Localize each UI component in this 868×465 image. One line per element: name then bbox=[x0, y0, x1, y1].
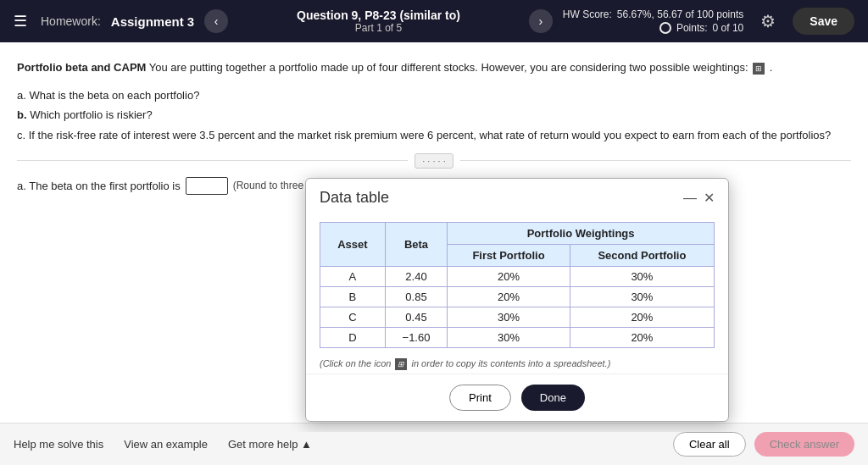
modal-footer: Print Done bbox=[306, 374, 728, 421]
hw-score-label: HW Score: bbox=[563, 8, 612, 20]
homework-label: Homework: bbox=[41, 14, 101, 28]
preamble-text: You are putting together a portfolio mad… bbox=[146, 61, 748, 74]
col-header-first-portfolio: First Portfolio bbox=[448, 245, 570, 267]
answer-label: a. The beta on the first portfolio is bbox=[17, 180, 181, 192]
question-preamble: Portfolio beta and CAPM You are putting … bbox=[17, 59, 851, 77]
cell-asset: D bbox=[320, 328, 386, 348]
points-label: Points: bbox=[676, 22, 708, 34]
col-header-asset: Asset bbox=[320, 223, 386, 267]
col-header-second-portfolio: Second Portfolio bbox=[570, 245, 714, 267]
cell-beta: 2.40 bbox=[385, 267, 447, 287]
table-row: A 2.40 20% 30% bbox=[320, 267, 715, 287]
done-button[interactable]: Done bbox=[521, 385, 585, 411]
part-a-label: a. What is the beta on each portfolio? bbox=[17, 86, 851, 105]
cell-asset: C bbox=[320, 307, 386, 328]
main-content: Portfolio beta and CAPM You are putting … bbox=[0, 42, 868, 432]
cell-beta: 0.45 bbox=[385, 307, 447, 328]
prev-question-button[interactable]: ‹ bbox=[204, 9, 228, 33]
modal-controls: — ✕ bbox=[683, 190, 715, 206]
question-title: Question 9, P8-23 (similar to) bbox=[297, 8, 460, 22]
app-header: ☰ Homework: Assignment 3 ‹ Question 9, P… bbox=[0, 0, 868, 42]
table-icon[interactable]: ⊞ bbox=[753, 63, 765, 75]
hw-score-value: 56.67%, 56.67 of 100 points bbox=[617, 8, 743, 20]
cell-beta: −1.60 bbox=[385, 328, 447, 348]
question-info: Question 9, P8-23 (similar to) Part 1 of… bbox=[238, 8, 519, 34]
divider: · · · · · bbox=[17, 153, 851, 169]
divider-line-right bbox=[460, 160, 851, 161]
score-section: HW Score: 56.67%, 56.67 of 100 points Po… bbox=[563, 8, 743, 34]
col-header-portfolio-weightings: Portfolio Weightings bbox=[448, 223, 715, 245]
preamble-bold: Portfolio beta and CAPM bbox=[17, 61, 146, 74]
table-row: D −1.60 30% 20% bbox=[320, 328, 715, 348]
points-circle-icon bbox=[659, 22, 671, 34]
copy-icon[interactable]: ⊞ bbox=[395, 358, 407, 370]
modal-minimize-button[interactable]: — bbox=[683, 191, 697, 206]
col-header-beta: Beta bbox=[385, 223, 447, 267]
cell-second-portfolio: 30% bbox=[570, 267, 714, 287]
modal-title: Data table bbox=[320, 189, 389, 207]
save-button[interactable]: Save bbox=[793, 8, 854, 35]
points-value: 0 of 10 bbox=[713, 22, 744, 34]
cell-asset: B bbox=[320, 287, 386, 307]
answer-input[interactable] bbox=[186, 177, 228, 195]
gear-icon[interactable]: ⚙ bbox=[760, 11, 776, 31]
part-b-label: b. Which portfolio is riskier? bbox=[17, 105, 851, 125]
modal-header: Data table — ✕ bbox=[306, 179, 728, 213]
cell-first-portfolio: 30% bbox=[448, 307, 570, 328]
divider-dots: · · · · · bbox=[415, 153, 453, 169]
cell-second-portfolio: 30% bbox=[570, 287, 714, 307]
table-row: B 0.85 20% 30% bbox=[320, 287, 715, 307]
cell-first-portfolio: 20% bbox=[448, 287, 570, 307]
part-c-label: c. If the risk-free rate of interest wer… bbox=[17, 125, 851, 145]
data-table-wrapper: Asset Beta Portfolio Weightings First Po… bbox=[306, 213, 728, 355]
cell-second-portfolio: 20% bbox=[570, 307, 714, 328]
next-question-button[interactable]: › bbox=[529, 9, 553, 33]
data-table: Asset Beta Portfolio Weightings First Po… bbox=[320, 222, 715, 348]
cell-second-portfolio: 20% bbox=[570, 328, 714, 348]
divider-line-left bbox=[17, 160, 408, 161]
spreadsheet-note: (Click on the icon ⊞ in order to copy it… bbox=[306, 355, 728, 374]
cell-first-portfolio: 20% bbox=[448, 267, 570, 287]
modal-close-button[interactable]: ✕ bbox=[704, 190, 715, 206]
bottom-bar: Help me solve this View an example Get m… bbox=[0, 423, 868, 432]
question-parts: a. What is the beta on each portfolio? b… bbox=[17, 86, 851, 145]
data-table-modal: Data table — ✕ Asset Beta Portfolio Weig… bbox=[305, 178, 729, 422]
assignment-title: Assignment 3 bbox=[111, 14, 194, 29]
table-row: C 0.45 30% 20% bbox=[320, 307, 715, 328]
question-sub: Part 1 of 5 bbox=[355, 22, 402, 34]
print-button[interactable]: Print bbox=[449, 385, 511, 411]
menu-icon[interactable]: ☰ bbox=[14, 12, 27, 30]
cell-first-portfolio: 30% bbox=[448, 328, 570, 348]
cell-beta: 0.85 bbox=[385, 287, 447, 307]
cell-asset: A bbox=[320, 267, 386, 287]
